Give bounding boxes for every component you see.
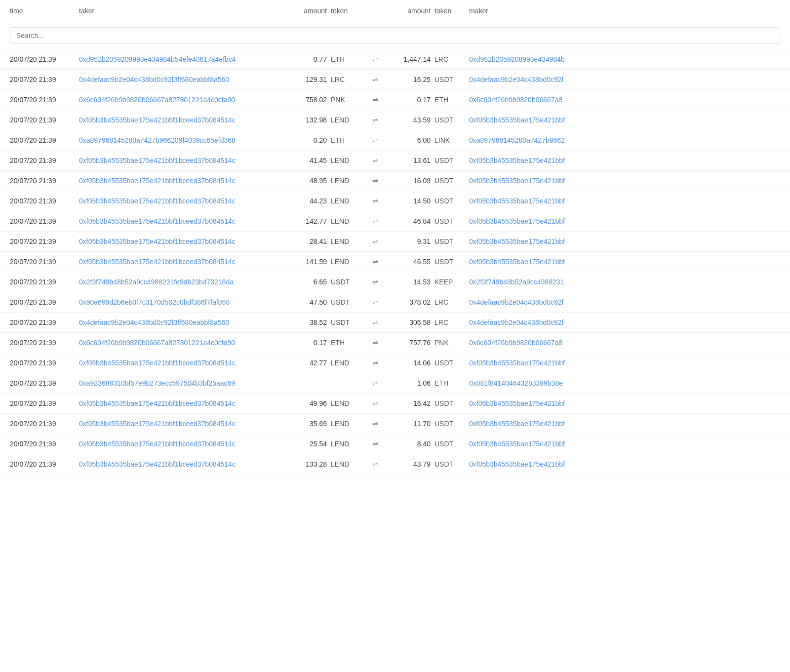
cell-token1: PNK — [331, 96, 365, 104]
cell-token2: USDT — [434, 76, 469, 83]
cell-taker[interactable]: 0xf05b3b45535bae175e421bbf1bceed37b08451… — [79, 460, 286, 468]
col-taker: taker — [79, 7, 286, 15]
cell-maker[interactable]: 0xf05b3b45535bae175e421bbf — [469, 440, 780, 448]
cell-token2: USDT — [434, 399, 469, 407]
cell-maker[interactable]: 0x4defaac9b2e04c438bd0c92f — [469, 298, 780, 306]
cell-amount1: 38.52 — [286, 318, 331, 326]
cell-taker[interactable]: 0xd952b2059208993e434984b54efe40617a4efb… — [79, 55, 286, 63]
table-row: 20/07/20 21:39 0xf05b3b45535bae175e421bb… — [0, 454, 790, 474]
cell-amount2: 13.61 — [385, 157, 434, 164]
cell-arrow: ⇌ — [365, 217, 385, 225]
cell-maker[interactable]: 0x4defaac9b2e04c438bd0c92f — [469, 76, 780, 83]
cell-taker[interactable]: 0x4defaac9b2e04c438bd0c92f3ff680eabbf8a5… — [79, 76, 286, 83]
cell-taker[interactable]: 0xf05b3b45535bae175e421bbf1bceed37b08451… — [79, 359, 286, 367]
cell-token1: LEND — [331, 237, 365, 245]
cell-maker[interactable]: 0xf05b3b45535bae175e421bbf — [469, 197, 780, 205]
table-row: 20/07/20 21:39 0x90a699d2b6eb0f7c3170d50… — [0, 292, 790, 313]
cell-maker[interactable]: 0x6c604f26b9b9820b06667a8 — [469, 96, 780, 104]
cell-arrow: ⇌ — [365, 157, 385, 164]
cell-arrow: ⇌ — [365, 76, 385, 83]
cell-taker[interactable]: 0x4defaac9b2e04c438bd0c92f3ff680eabbf8a5… — [79, 318, 286, 326]
cell-arrow: ⇌ — [365, 298, 385, 306]
cell-maker[interactable]: 0xf05b3b45535bae175e421bbf — [469, 157, 780, 164]
cell-maker[interactable]: 0x4defaac9b2e04c438bd0c92f — [469, 318, 780, 326]
cell-token2: USDT — [434, 177, 469, 185]
col-amount2: amount — [385, 7, 434, 15]
cell-maker[interactable]: 0xf05b3b45535bae175e421bbf — [469, 177, 780, 185]
cell-taker[interactable]: 0xa897968145280a7427b966209f4039cc65efd3… — [79, 136, 286, 144]
cell-arrow: ⇌ — [365, 96, 385, 104]
cell-maker[interactable]: 0xf05b3b45535bae175e421bbf — [469, 237, 780, 245]
cell-maker[interactable]: 0xf05b3b45535bae175e421bbf — [469, 399, 780, 407]
cell-time: 20/07/20 21:39 — [10, 237, 79, 245]
cell-maker[interactable]: 0xf05b3b45535bae175e421bbf — [469, 460, 780, 468]
cell-taker[interactable]: 0xf05b3b45535bae175e421bbf1bceed37b08451… — [79, 177, 286, 185]
cell-token1: ETH — [331, 55, 365, 63]
cell-maker[interactable]: 0xa897968145280a7427b9662 — [469, 136, 780, 144]
table-row: 20/07/20 21:39 0xf05b3b45535bae175e421bb… — [0, 353, 790, 373]
cell-taker[interactable]: 0xf05b3b45535bae175e421bbf1bceed37b08451… — [79, 197, 286, 205]
cell-taker[interactable]: 0xf05b3b45535bae175e421bbf1bceed37b08451… — [79, 399, 286, 407]
cell-token2: PNK — [434, 339, 469, 347]
cell-time: 20/07/20 21:39 — [10, 96, 79, 104]
cell-time: 20/07/20 21:39 — [10, 136, 79, 144]
cell-amount2: 757.76 — [385, 339, 434, 347]
cell-maker[interactable]: 0xf05b3b45535bae175e421bbf — [469, 116, 780, 124]
cell-arrow: ⇌ — [365, 55, 385, 63]
cell-token1: USDT — [331, 318, 365, 326]
cell-maker[interactable]: 0xf05b3b45535bae175e421bbf — [469, 258, 780, 266]
cell-arrow: ⇌ — [365, 318, 385, 326]
cell-amount1: 758.02 — [286, 96, 331, 104]
cell-taker[interactable]: 0xf05b3b45535bae175e421bbf1bceed37b08451… — [79, 258, 286, 266]
cell-arrow: ⇌ — [365, 420, 385, 428]
cell-taker[interactable]: 0x6c604f26b9b9820b06667a827801221a4c0cfa… — [79, 339, 286, 347]
cell-token1: LEND — [331, 197, 365, 205]
col-token1: token — [331, 7, 365, 15]
cell-arrow: ⇌ — [365, 197, 385, 205]
table-header: time taker amount token amount token mak… — [0, 0, 790, 22]
cell-amount2: 306.58 — [385, 318, 434, 326]
cell-time: 20/07/20 21:39 — [10, 318, 79, 326]
cell-maker[interactable]: 0xf05b3b45535bae175e421bbf — [469, 359, 780, 367]
cell-token1: LEND — [331, 258, 365, 266]
table-row: 20/07/20 21:39 0xf05b3b45535bae175e421bb… — [0, 151, 790, 171]
table-row: 20/07/20 21:39 0x4defaac9b2e04c438bd0c92… — [0, 313, 790, 333]
cell-taker[interactable]: 0xf05b3b45535bae175e421bbf1bceed37b08451… — [79, 420, 286, 428]
cell-arrow: ⇌ — [365, 440, 385, 448]
cell-amount2: 16.42 — [385, 399, 434, 407]
search-input[interactable] — [10, 27, 780, 44]
cell-amount1: 49.96 — [286, 399, 331, 407]
cell-taker[interactable]: 0xf05b3b45535bae175e421bbf1bceed37b08451… — [79, 217, 286, 225]
search-row — [0, 22, 790, 49]
cell-amount2: 1.06 — [385, 379, 434, 387]
cell-taker[interactable]: 0xf05b3b45535bae175e421bbf1bceed37b08451… — [79, 116, 286, 124]
cell-token1: ETH — [331, 136, 365, 144]
cell-time: 20/07/20 21:39 — [10, 177, 79, 185]
cell-amount1: 44.23 — [286, 197, 331, 205]
cell-maker[interactable]: 0xf05b3b45535bae175e421bbf — [469, 217, 780, 225]
col-time: time — [10, 7, 79, 15]
cell-maker[interactable]: 0x081f8414046432b3399b38e — [469, 379, 780, 387]
cell-taker[interactable]: 0xf05b3b45535bae175e421bbf1bceed37b08451… — [79, 237, 286, 245]
cell-token1: USDT — [331, 298, 365, 306]
cell-taker[interactable]: 0xa923688310bf57e9b273ecc597504b3bf25aac… — [79, 379, 286, 387]
cell-time: 20/07/20 21:39 — [10, 399, 79, 407]
cell-taker[interactable]: 0xf05b3b45535bae175e421bbf1bceed37b08451… — [79, 157, 286, 164]
cell-taker[interactable]: 0x90a699d2b6eb0f7c3170d502c0bdf386f7faf0… — [79, 298, 286, 306]
cell-maker[interactable]: 0x2f3f749b48b52a9cc4988231 — [469, 278, 780, 286]
cell-maker[interactable]: 0xf05b3b45535bae175e421bbf — [469, 420, 780, 428]
cell-amount2: 14.06 — [385, 359, 434, 367]
table-row: 20/07/20 21:39 0xf05b3b45535bae175e421bb… — [0, 211, 790, 232]
table-row: 20/07/20 21:39 0x6c604f26b9b9820b06667a8… — [0, 333, 790, 353]
cell-taker[interactable]: 0xf05b3b45535bae175e421bbf1bceed37b08451… — [79, 440, 286, 448]
cell-taker[interactable]: 0x2f3f749b48b52a9cc4988231fe9db23b473218… — [79, 278, 286, 286]
cell-arrow: ⇌ — [365, 460, 385, 468]
cell-token2: USDT — [434, 440, 469, 448]
cell-maker[interactable]: 0x6c604f26b9b9820b06667a8 — [469, 339, 780, 347]
cell-time: 20/07/20 21:39 — [10, 116, 79, 124]
cell-taker[interactable]: 0x6c604f26b9b9820b06667a827801221a4c0cfa… — [79, 96, 286, 104]
cell-maker[interactable]: 0xd952b2059208993e434984b — [469, 55, 780, 63]
cell-token2: USDT — [434, 258, 469, 266]
cell-token2: USDT — [434, 359, 469, 367]
cell-time: 20/07/20 21:39 — [10, 76, 79, 83]
